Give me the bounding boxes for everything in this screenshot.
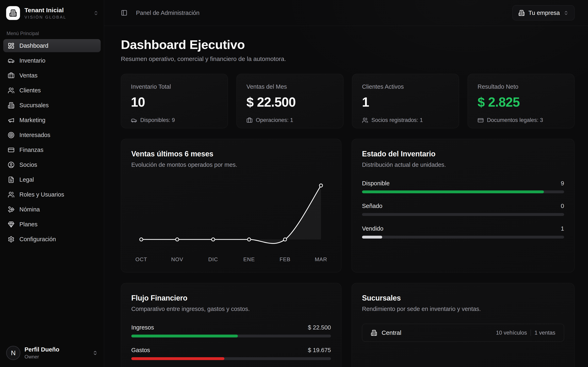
x-tick: DIC [208, 256, 218, 263]
x-tick: ENE [243, 256, 255, 263]
settings-icon [8, 236, 15, 243]
stat-label: Inventario Total [131, 83, 218, 90]
panel-title: Flujo Financiero [131, 294, 331, 302]
progress-track [362, 236, 564, 239]
gem-icon [8, 221, 15, 228]
topbar-title: Panel de Administración [136, 9, 199, 16]
sidebar-item-roles-y-usuarios[interactable]: Roles y Usuarios [3, 188, 101, 201]
building-icon [518, 10, 525, 16]
stat-card-inventario-total: Inventario Total 10 Disponibles: 9 [121, 74, 228, 128]
panel-subtitle: Comparativo entre ingresos, gastos y cos… [131, 306, 331, 312]
page-subtitle: Resumen operativo, comercial y financier… [121, 55, 575, 62]
sidebar-item-clientes[interactable]: Clientes [3, 84, 101, 97]
panel-subtitle: Distribución actual de unidades. [362, 161, 564, 168]
sidebar-item-marketing[interactable]: Marketing [3, 114, 101, 127]
branch-sales-count: 1 ventas [535, 330, 555, 336]
inventory-row-vendido: Vendido 1 [362, 225, 564, 239]
progress-track [362, 213, 564, 216]
company-selector-label: Tu empresa [528, 9, 560, 16]
stat-card-resultado-neto: Resultado Neto $ 2.825 Documentos legale… [467, 74, 575, 128]
sidebar-item-finanzas[interactable]: Finanzas [3, 143, 101, 156]
credit-card-icon [8, 147, 15, 153]
sidebar: Tenant Inicial VISIÓN GLOBAL Menú Princi… [0, 0, 104, 367]
chart-area-fill [141, 185, 321, 243]
sidebar-item-dashboard[interactable]: Dashboard [3, 39, 101, 52]
sidebar-item-nomina[interactable]: Nómina [3, 203, 101, 216]
sidebar-item-planes[interactable]: Planes [3, 218, 101, 231]
stat-value: $ 2.825 [477, 95, 564, 110]
profile-name: Perfil Dueño [25, 346, 60, 353]
sidebar-toggle-icon[interactable] [121, 9, 127, 16]
sidebar-item-label: Marketing [19, 117, 45, 124]
stat-label: Ventas del Mes [246, 83, 333, 90]
branch-inventory-count: 10 vehículos [496, 330, 527, 336]
sidebar-nav: Dashboard Inventario Ventas Clientes Suc… [0, 39, 104, 341]
circle-user-icon [8, 161, 15, 168]
stat-footer-text: Documentos legales: 3 [487, 117, 543, 123]
sales-chart-panel: Ventas últimos 6 meses Evolución de mont… [121, 139, 341, 272]
stat-value: 10 [131, 95, 218, 110]
panel-subtitle: Rendimiento por sede en inventario y ven… [362, 306, 564, 312]
stat-value: $ 22.500 [246, 95, 333, 110]
stat-card-clientes-activos: Clientes Activos 1 Socios registrados: 1 [352, 74, 459, 128]
x-tick: FEB [279, 256, 291, 263]
profile-menu[interactable]: N Perfil Dueño Owner [0, 341, 104, 367]
tenant-switcher[interactable]: Tenant Inicial VISIÓN GLOBAL [0, 0, 104, 25]
sidebar-item-inventario[interactable]: Inventario [3, 54, 101, 67]
sidebar-item-configuracion[interactable]: Configuración [3, 233, 101, 246]
stat-value: 1 [362, 95, 449, 110]
building-icon [371, 330, 377, 336]
branch-name: Central [381, 329, 401, 336]
building-icon [9, 9, 17, 17]
sidebar-item-label: Socios [19, 161, 37, 168]
tenant-tagline: VISIÓN GLOBAL [25, 15, 89, 20]
progress-fill [362, 236, 382, 239]
users-icon [8, 191, 15, 198]
company-selector-button[interactable]: Tu empresa [512, 5, 575, 20]
layout-dashboard-icon [8, 42, 15, 49]
sidebar-item-ventas[interactable]: Ventas [3, 69, 101, 82]
sidebar-item-label: Inventario [19, 57, 45, 64]
sidebar-item-interesados[interactable]: Interesados [3, 128, 101, 142]
progress-track [362, 191, 564, 193]
target-icon [8, 132, 15, 138]
bar-value: $ 19.675 [308, 347, 331, 354]
line-chart-svg [131, 174, 331, 253]
sidebar-item-label: Nómina [19, 206, 40, 213]
x-tick: MAR [315, 256, 327, 263]
stat-footer-text: Disponibles: 9 [140, 117, 175, 123]
profile-role: Owner [25, 354, 60, 360]
progress-fill [131, 357, 224, 360]
progress-track [131, 334, 331, 337]
chart-x-axis-labels: OCT NOV DIC ENE FEB MAR [131, 256, 331, 264]
branch-row-central: Central 10 vehículos 1 ventas [362, 324, 564, 342]
sidebar-item-label: Ventas [19, 72, 38, 79]
sidebar-item-label: Clientes [19, 87, 41, 94]
stat-footer-text: Socios registrados: 1 [371, 117, 423, 123]
sidebar-item-sucursales[interactable]: Sucursales [3, 99, 101, 112]
users-icon [362, 117, 368, 123]
bar-label: Señado [362, 203, 382, 209]
sidebar-item-legal[interactable]: Legal [3, 173, 101, 186]
page-content: Dashboard Ejecutivo Resumen operativo, c… [104, 26, 588, 367]
tenant-name: Tenant Inicial [25, 7, 89, 14]
stat-label: Clientes Activos [362, 83, 449, 90]
car-icon [8, 57, 15, 64]
panel-title: Sucursales [362, 294, 564, 302]
progress-track [131, 357, 331, 360]
credit-card-icon [477, 117, 484, 123]
sidebar-item-label: Legal [19, 176, 34, 183]
tenant-logo [6, 6, 20, 20]
bar-label: Ingresos [131, 324, 154, 331]
briefcase-icon [8, 72, 15, 79]
inventory-row-senado: Señado 0 [362, 203, 564, 216]
sidebar-item-socios[interactable]: Socios [3, 158, 101, 171]
bar-value: 0 [561, 203, 564, 209]
sales-line-chart: OCT NOV DIC ENE FEB MAR [131, 174, 331, 264]
sidebar-item-label: Dashboard [19, 42, 48, 49]
avatar: N [6, 346, 20, 360]
chevrons-up-down-icon [563, 10, 569, 16]
financial-flow-panel: Flujo Financiero Comparativo entre ingre… [121, 283, 341, 367]
panel-title: Ventas últimos 6 meses [131, 150, 331, 158]
bar-label: Vendido [362, 225, 383, 232]
